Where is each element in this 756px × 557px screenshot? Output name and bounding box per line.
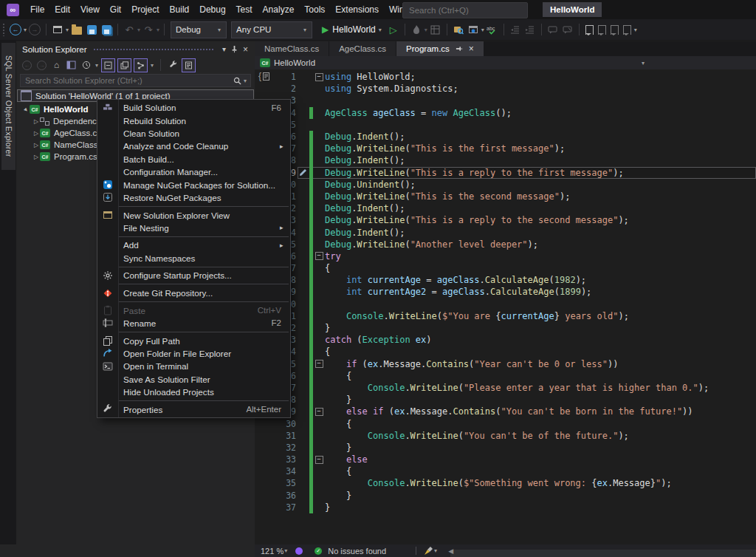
decrease-indent-button[interactable] xyxy=(509,23,522,36)
start-without-debugging-button[interactable]: ▷ xyxy=(387,23,400,36)
menu-file[interactable]: File xyxy=(25,0,49,19)
breadcrumb-dropdown-icon[interactable]: ▾ xyxy=(642,60,645,66)
tab-program-cs[interactable]: Program.cs× xyxy=(396,41,484,56)
toolbar-grip[interactable] xyxy=(2,23,5,36)
code-line[interactable]: 22} xyxy=(255,322,756,334)
account-badge[interactable]: HelloWorld xyxy=(543,2,602,17)
sql-server-object-explorer-tab[interactable]: SQL Server Object Explorer xyxy=(1,43,16,170)
extension-status-icon[interactable] xyxy=(295,547,303,555)
solution-platform-dropdown[interactable]: Any CPU▾ xyxy=(231,21,312,38)
navigate-back-button[interactable]: ← xyxy=(9,23,22,36)
code-editor[interactable]: 1−using HelloWorld;2using System.Diagnos… xyxy=(255,69,756,546)
panel-drag-grip[interactable] xyxy=(93,47,214,51)
collapse-arrow-icon[interactable]: ▷ xyxy=(32,142,40,148)
code-line[interactable]: 9Debug.WriteLine("This is a reply to the… xyxy=(255,167,756,179)
panel-options-dropdown-icon[interactable]: ▾ xyxy=(222,45,226,53)
code-line[interactable]: 34 { xyxy=(255,465,756,477)
code-line[interactable]: 10Debug.Unindent(); xyxy=(255,179,756,191)
switch-views-button[interactable] xyxy=(65,59,78,72)
context-menu-item-restore-nuget-packages[interactable]: Restore NuGet Packages xyxy=(97,191,290,204)
fold-collapse-icon[interactable]: − xyxy=(315,73,323,81)
fold-collapse-icon[interactable]: − xyxy=(315,252,323,260)
save-all-button[interactable] xyxy=(100,23,113,36)
quick-search-input[interactable] xyxy=(403,6,526,15)
context-menu-item-new-solution-explorer-view[interactable]: New Solution Explorer View xyxy=(97,208,290,221)
collapse-arrow-icon[interactable]: ▷ xyxy=(32,130,40,137)
preview-selected-items-button[interactable] xyxy=(182,58,196,72)
code-line[interactable]: 31 Console.WriteLine("You can't be of th… xyxy=(255,430,756,442)
context-menu-item-manage-nuget-packages-for-solution[interactable]: Manage NuGet Packages for Solution... xyxy=(97,178,290,191)
bookmark-dropdown-icon[interactable]: ▾ xyxy=(634,27,637,33)
show-all-files-button[interactable] xyxy=(117,58,131,72)
code-line[interactable]: 4AgeClass ageClass = new AgeClass(); xyxy=(255,107,756,119)
code-line[interactable]: 26 { xyxy=(255,370,756,382)
context-menu-item-configure-startup-projects[interactable]: Configure Startup Projects... xyxy=(97,269,290,281)
code-line[interactable]: 8Debug.Indent(); xyxy=(255,154,756,166)
hot-reload-button[interactable] xyxy=(410,23,423,36)
close-icon[interactable]: × xyxy=(243,44,248,55)
context-menu-item-save-as-solution-filter[interactable]: Save As Solution Filter xyxy=(97,373,290,386)
collapse-arrow-icon[interactable]: ▷ xyxy=(32,118,40,125)
context-menu-item-properties[interactable]: PropertiesAlt+Enter xyxy=(97,403,290,416)
zoom-dropdown-icon[interactable]: ▾ xyxy=(284,547,287,554)
code-line[interactable]: 35 Console.WriteLine($"Something went wr… xyxy=(255,477,756,489)
home-button[interactable]: ⌂ xyxy=(50,59,63,72)
code-line[interactable]: 32 } xyxy=(255,442,756,454)
fold-collapse-icon[interactable]: − xyxy=(315,456,323,464)
code-line[interactable]: 28 } xyxy=(255,394,756,406)
code-line[interactable]: 24{ xyxy=(255,346,756,358)
context-menu-item-rename[interactable]: RenameF2 xyxy=(97,317,290,329)
hot-reload-dropdown-icon[interactable]: ▾ xyxy=(425,27,427,33)
context-menu-item-hide-unloaded-projects[interactable]: Hide Unloaded Projects xyxy=(97,386,290,398)
code-line[interactable]: 36 } xyxy=(255,490,756,502)
code-line[interactable]: 25− if (ex.Message.Contains("Year can't … xyxy=(255,358,756,370)
menu-tools[interactable]: Tools xyxy=(299,0,330,19)
fold-gutter[interactable]: − xyxy=(313,408,325,416)
code-line[interactable]: 27 Console.WriteLine("Please enter a yea… xyxy=(255,382,756,394)
forward-button[interactable]: → xyxy=(35,59,48,72)
code-line[interactable]: 5 xyxy=(255,119,756,131)
collapse-arrow-icon[interactable]: ▷ xyxy=(32,154,40,160)
context-menu-item-analyze-and-code-cleanup[interactable]: Analyze and Code Cleanup▸ xyxy=(97,140,290,152)
context-menu-item-configuration-manager[interactable]: Configuration Manager... xyxy=(97,165,290,178)
fold-gutter[interactable]: − xyxy=(313,360,325,368)
navigate-back-dropdown-icon[interactable]: ▾ xyxy=(24,27,27,33)
context-menu-item-copy-full-path[interactable]: Copy Full Path xyxy=(97,334,290,346)
start-debugging-button[interactable]: ▶ HelloWorld ▾ xyxy=(320,24,382,35)
code-line[interactable]: 6Debug.Indent(); xyxy=(255,131,756,143)
scroll-left-arrow-icon[interactable]: ◀ xyxy=(448,547,453,555)
filter-dropdown-icon[interactable]: ▾ xyxy=(95,62,98,69)
menu-debug[interactable]: Debug xyxy=(194,0,230,19)
code-line[interactable]: 19 int currentAge2 = ageClass.CalculateA… xyxy=(255,286,756,298)
zoom-level[interactable]: 121 % xyxy=(261,547,284,556)
properties-wrench-button[interactable] xyxy=(167,59,179,72)
sync-dropdown-icon[interactable]: ▾ xyxy=(151,62,154,69)
context-menu-item-open-in-terminal[interactable]: Open in Terminal xyxy=(97,360,290,372)
code-line[interactable]: 2using System.Diagnostics; xyxy=(255,83,756,95)
breadcrumb[interactable]: HelloWorld xyxy=(274,58,315,67)
code-line[interactable]: 7Debug.WriteLine("This is the first mess… xyxy=(255,143,756,154)
find-dropdown-icon[interactable]: ▾ xyxy=(481,27,484,33)
undo-dropdown-icon[interactable]: ▾ xyxy=(137,27,140,33)
comment-button[interactable] xyxy=(546,23,560,36)
code-line[interactable]: 12Debug.Indent(); xyxy=(255,202,756,214)
toggle-bookmark-button[interactable] xyxy=(585,25,594,35)
redo-button[interactable]: ↷ xyxy=(142,23,155,36)
horizontal-scrollbar[interactable] xyxy=(450,550,756,557)
code-line[interactable]: 33− else xyxy=(255,454,756,465)
quick-search-box[interactable] xyxy=(402,2,528,18)
code-line[interactable]: 37} xyxy=(255,502,756,513)
code-line[interactable]: 13Debug.WriteLine("This is a reply to th… xyxy=(255,214,756,226)
spell-checker-button[interactable]: abc xyxy=(486,23,499,36)
increase-indent-button[interactable] xyxy=(523,23,537,36)
code-line[interactable]: 29− else if (ex.Message.Contains("You ca… xyxy=(255,406,756,417)
code-line[interactable]: 30 { xyxy=(255,417,756,429)
undo-button[interactable]: ↶ xyxy=(123,23,136,36)
fold-collapse-icon[interactable]: − xyxy=(315,360,323,368)
pending-changes-filter-button[interactable] xyxy=(80,59,92,72)
menu-extensions[interactable]: Extensions xyxy=(330,0,384,19)
code-line[interactable]: 23catch (Exception ex) xyxy=(255,334,756,346)
code-cleanup-button[interactable]: ▾ xyxy=(424,546,438,556)
menu-analyze[interactable]: Analyze xyxy=(258,0,300,19)
code-line[interactable]: 16−try xyxy=(255,250,756,262)
